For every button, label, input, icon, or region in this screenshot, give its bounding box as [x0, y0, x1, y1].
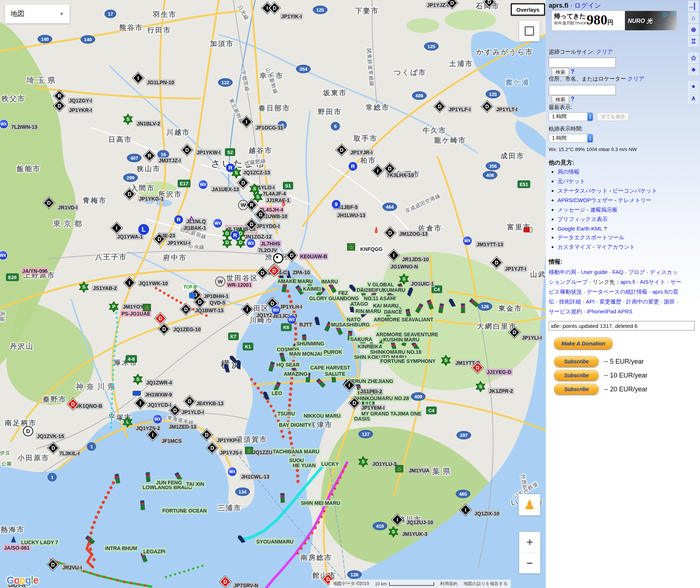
station-label[interactable]: KUSHIN MARU — [382, 336, 421, 343]
station-label[interactable]: JH1CWL-13 — [240, 473, 271, 480]
compass-icon[interactable]: ∧ — [688, 93, 699, 103]
weather-station-marker[interactable]: WX — [213, 218, 222, 228]
station-label[interactable]: JP1YKP-I — [216, 437, 241, 444]
track-clear-link[interactable]: クリア — [596, 49, 613, 55]
black-diamond-marker[interactable]: I — [149, 431, 157, 439]
station-label[interactable]: JP1YLF-I — [448, 106, 472, 113]
sidebar-link[interactable]: 局の情報 — [557, 169, 579, 175]
black-diamond-marker[interactable]: I — [462, 506, 470, 514]
black-diamond-marker[interactable]: D — [196, 298, 204, 306]
station-label[interactable]: TAI XIN — [185, 481, 205, 487]
house-icon[interactable]: ⌂ — [395, 465, 403, 472]
station-label[interactable]: JR2VU-I — [61, 564, 83, 571]
green-star-marker[interactable]: S — [231, 167, 242, 178]
station-label[interactable]: JQ1YWK-10 — [138, 280, 169, 287]
weather-station-marker[interactable]: WX — [228, 467, 237, 476]
station-label[interactable]: JM1ZOG-13 — [398, 231, 429, 237]
station-label[interactable]: BAY DIGNITY — [278, 422, 312, 428]
green-star-marker[interactable]: D — [235, 237, 246, 248]
station-label[interactable]: TSURU — [276, 410, 296, 417]
station-label[interactable]: JQ1ZZU — [252, 449, 273, 456]
sidebar-link[interactable]: ステータスパケット — [557, 187, 608, 194]
sidebar-link[interactable]: 移動中の局 — [549, 269, 576, 275]
blue-vehicle-icon[interactable] — [133, 391, 141, 396]
station-label[interactable]: JR1JDS-10 — [401, 256, 430, 263]
red-diamond-marker[interactable]: D — [270, 267, 279, 275]
station-label[interactable]: JK1ZPR-2 — [488, 388, 514, 394]
station-label[interactable]: INTRA BHUM — [104, 545, 138, 552]
address-help-link[interactable]: ? — [571, 96, 574, 102]
station-label[interactable]: JQ1YZS-2 — [135, 425, 161, 432]
station-label[interactable]: LEO — [271, 390, 283, 396]
fire-truck-icon[interactable] — [524, 227, 532, 232]
black-diamond-marker[interactable]: D — [510, 328, 519, 337]
station-label[interactable]: AMAZING — [283, 371, 308, 377]
weather-station-marker[interactable]: WX — [271, 305, 281, 315]
red-diamond-marker[interactable]: D — [474, 364, 482, 372]
station-label[interactable]: JI1BAK-1 — [182, 225, 207, 231]
tree-icon[interactable]: ♣ — [688, 65, 699, 75]
station-label[interactable]: JQ1ZCZ-13 — [242, 169, 271, 176]
black-diamond-marker[interactable]: R — [145, 152, 154, 160]
home-icon[interactable]: ⌂ — [688, 13, 699, 23]
station-label[interactable]: JP1YJR-I — [349, 149, 374, 156]
track-callsign-input[interactable] — [549, 58, 616, 68]
station-label[interactable]: JQ1BWT-13 — [194, 307, 225, 314]
weather-station-marker[interactable]: WX — [153, 414, 162, 424]
station-label[interactable]: JQ1ZIX-10 — [473, 510, 500, 517]
show-all-button[interactable]: 全てを表示 — [597, 112, 629, 121]
blue-circle-marker[interactable]: R — [348, 162, 358, 171]
station-label[interactable]: QVD-5 — [209, 299, 226, 306]
track-help-link[interactable]: ? — [571, 69, 574, 75]
station-label[interactable]: JQ1YCD-I — [147, 402, 172, 408]
black-diamond-marker[interactable]: I — [242, 118, 251, 126]
pegman-button[interactable]: ♟ — [519, 494, 540, 515]
green-star-marker[interactable]: S — [78, 282, 89, 293]
black-diamond-marker[interactable]: I — [125, 279, 134, 287]
station-label[interactable]: FORTUNE OCEAN — [161, 507, 208, 514]
address-search-button[interactable]: 検索 — [552, 95, 569, 104]
gray-circle-marker[interactable]: W — [215, 276, 225, 287]
station-label[interactable]: JS1PEI-2 — [359, 388, 383, 395]
green-star-marker[interactable]: P — [108, 301, 119, 312]
station-label[interactable]: JP1YKR-I — [68, 107, 93, 113]
green-star-marker[interactable]: S — [475, 381, 486, 392]
station-label[interactable]: JG1WNO-N — [389, 263, 419, 270]
subscribe-button[interactable]: Subscribe — [554, 356, 599, 367]
station-label[interactable]: JF1MCS — [160, 438, 183, 444]
white-circle-marker[interactable]: D — [23, 426, 33, 436]
weather-station-marker[interactable]: WX — [463, 236, 472, 245]
station-label[interactable]: JR1VD-I — [57, 204, 79, 211]
station-label[interactable]: JH1LWU-13 — [336, 212, 366, 218]
radio-tower-icon[interactable]: ⍋ — [281, 199, 286, 206]
sidebar-link[interactable]: 計画中の変更 — [626, 298, 659, 305]
black-diamond-marker[interactable]: D — [182, 305, 190, 314]
station-label[interactable]: JM1YUK-3 — [401, 531, 428, 537]
black-diamond-marker[interactable]: D — [248, 220, 256, 229]
black-diamond-marker[interactable]: D — [436, 102, 444, 111]
station-label[interactable]: JG1LPN-10 — [146, 79, 175, 86]
sidebar-link[interactable]: 技術詳細 — [559, 298, 581, 305]
green-star-marker[interactable]: S — [132, 374, 143, 385]
station-label[interactable]: SHIN MEI MARU — [300, 500, 341, 506]
black-diamond-marker[interactable]: I — [134, 74, 143, 82]
sidebar-link[interactable]: プリフィックス表示 — [557, 216, 607, 222]
weather-station-marker[interactable]: WX — [198, 180, 208, 189]
balloon-icon[interactable]: ● — [688, 81, 699, 92]
network-node-icon[interactable] — [189, 293, 195, 298]
weather-station-marker[interactable]: WX — [246, 239, 256, 248]
black-diamond-marker[interactable]: R — [55, 92, 64, 100]
black-diamond-marker[interactable]: D — [485, 0, 494, 6]
station-label[interactable]: JQ1ZUJ-10 — [405, 519, 434, 526]
sidebar-link[interactable]: AISサイト — [640, 279, 665, 285]
station-label[interactable]: 7L3KIL-I — [58, 450, 81, 457]
green-star-marker[interactable]: D — [222, 237, 233, 248]
address-input[interactable] — [549, 85, 616, 95]
station-label[interactable]: JQ1ZWR-4 — [145, 379, 173, 386]
black-diamond-marker[interactable]: D — [257, 210, 265, 219]
black-diamond-marker[interactable]: D — [288, 251, 296, 260]
black-diamond-marker[interactable]: I — [136, 399, 145, 407]
green-star-marker[interactable]: S — [440, 355, 451, 366]
tower-icon[interactable]: ♖ — [688, 36, 699, 46]
globe-icon[interactable]: ⊕ — [688, 24, 699, 35]
